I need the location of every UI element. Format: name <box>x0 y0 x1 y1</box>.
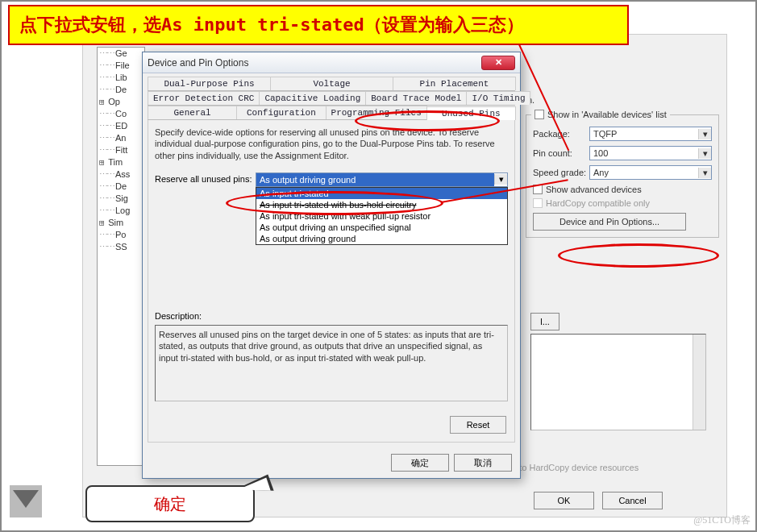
chevron-down-icon[interactable]: ▾ <box>698 148 711 159</box>
tree-item[interactable]: De <box>98 84 144 96</box>
annotation-circle <box>558 243 719 268</box>
truncated-button[interactable]: l... <box>530 313 559 330</box>
tree-item[interactable]: An <box>98 132 144 144</box>
chevron-down-icon[interactable]: ▾ <box>698 129 711 139</box>
help-text: Specify device-wide options for reservin… <box>155 127 508 161</box>
tree-item[interactable]: Log <box>98 205 144 217</box>
reserve-unused-pins-dropdown[interactable]: As output driving ground ▾ <box>256 172 508 187</box>
dropdown-value: As output driving ground <box>256 173 494 186</box>
category-tree[interactable]: Ge File Lib De Op Co ED An Fitt Tim Ass … <box>97 47 145 466</box>
tab-configuration[interactable]: Configuration <box>236 106 326 119</box>
tab-pin-placement[interactable]: Pin Placement <box>393 77 516 90</box>
tree-item[interactable]: Co <box>98 108 144 120</box>
ok-button[interactable]: 确定 <box>391 454 449 472</box>
tab-unused-pins[interactable]: Unused Pins <box>426 106 516 120</box>
tree-item[interactable]: De <box>98 181 144 193</box>
checkbox-icon <box>533 198 543 208</box>
tree-item[interactable]: Po <box>98 229 144 241</box>
chevron-down-icon[interactable]: ▾ <box>698 168 711 178</box>
tab-general[interactable]: General <box>148 106 237 119</box>
callout-tail-fill <box>239 476 272 490</box>
tree-item[interactable]: Ge <box>98 48 144 60</box>
chevron-down-icon[interactable]: ▾ <box>494 174 507 185</box>
dropdown-option[interactable]: As output driving an unspecified signal <box>256 222 507 233</box>
hardcopy-compat-checkbox: HardCopy compatible only <box>533 198 712 208</box>
tab-board-trace-model[interactable]: Board Trace Model <box>365 91 467 105</box>
resources-listbox[interactable] <box>530 334 706 430</box>
dropdown-option[interactable]: As input tri-stated <box>256 188 507 199</box>
dropdown-option[interactable]: As input tri-stated with bus-hold circui… <box>256 199 507 210</box>
tab-programming-files[interactable]: Programming Files <box>326 106 427 119</box>
checkbox-icon[interactable] <box>533 185 543 194</box>
show-advanced-checkbox[interactable]: Show advanced devices <box>533 185 712 194</box>
show-available-label: Show in 'Available devices' list <box>547 110 667 119</box>
dialog-titlebar[interactable]: Device and Pin Options ✕ <box>143 52 520 73</box>
callout-ok: 确定 <box>85 485 255 522</box>
tree-item[interactable]: Sim <box>98 217 144 229</box>
outer-ok-button[interactable]: OK <box>534 492 594 509</box>
package-label: Package: <box>533 129 589 139</box>
tree-item[interactable]: Fitt <box>98 144 144 156</box>
tab-error-detection-crc[interactable]: Error Detection CRC <box>148 91 260 105</box>
dialog-title: Device and Pin Options <box>148 57 481 69</box>
tree-item[interactable]: ED <box>98 120 144 132</box>
package-select[interactable]: TQFP▾ <box>589 127 712 141</box>
tab-dual-purpose-pins[interactable]: Dual-Purpose Pins <box>148 77 271 90</box>
tree-item[interactable]: Ass <box>98 168 144 181</box>
dropdown-option[interactable]: As output driving ground <box>256 233 507 244</box>
description-label: Description: <box>155 311 202 321</box>
device-filter-panel: Show in 'Available devices' list Package… <box>526 114 719 246</box>
tree-item[interactable]: Op <box>98 96 144 108</box>
tab-body-unused-pins: Specify device-wide options for reservin… <box>148 120 515 443</box>
speedgrade-select[interactable]: Any▾ <box>589 165 712 180</box>
speedgrade-label: Speed grade: <box>533 168 589 177</box>
show-available-group-legend[interactable]: Show in 'Available devices' list <box>531 110 670 119</box>
tab-io-timing[interactable]: I/O Timing <box>466 91 530 105</box>
tab-voltage[interactable]: Voltage <box>270 77 393 90</box>
watermark: @51CTO博客 <box>693 513 751 527</box>
tree-item[interactable]: File <box>98 60 144 72</box>
tab-capacitive-loading[interactable]: Capacitive Loading <box>259 91 366 105</box>
device-pin-options-dialog: Device and Pin Options ✕ Dual-Purpose Pi… <box>142 52 521 479</box>
cancel-button[interactable]: 取消 <box>454 454 512 472</box>
outer-cancel-button[interactable]: Cancel <box>602 492 663 509</box>
down-arrow-icon[interactable] <box>10 485 42 517</box>
tab-strip: Dual-Purpose Pins Voltage Pin Placement … <box>143 73 520 120</box>
close-icon[interactable]: ✕ <box>481 56 515 70</box>
description-box: Reserves all unused pins on the target d… <box>155 325 508 401</box>
tree-item[interactable]: Sig <box>98 193 144 205</box>
dropdown-list[interactable]: As input tri-stated As input tri-stated … <box>256 187 508 245</box>
tree-item[interactable]: Tim <box>98 156 144 168</box>
instruction-banner: 点下拉式安钮，选As input tri-stated（设置为输入三态） <box>8 5 629 45</box>
scrollbar[interactable] <box>693 335 705 430</box>
pincount-select[interactable]: 100▾ <box>589 146 712 160</box>
device-pin-options-button[interactable]: Device and Pin Options... <box>533 213 686 231</box>
pincount-label: Pin count: <box>533 148 589 158</box>
tree-item[interactable]: SS <box>98 241 144 253</box>
hardcopy-note: M to HardCopy device resources <box>510 463 638 472</box>
checkbox-icon[interactable] <box>534 110 544 119</box>
reserve-label: Reserve all unused pins: <box>155 172 256 184</box>
dropdown-option[interactable]: As input tri-stated with weak pull-up re… <box>256 210 507 222</box>
reset-button[interactable]: Reset <box>450 416 506 434</box>
tree-item[interactable]: Lib <box>98 72 144 84</box>
